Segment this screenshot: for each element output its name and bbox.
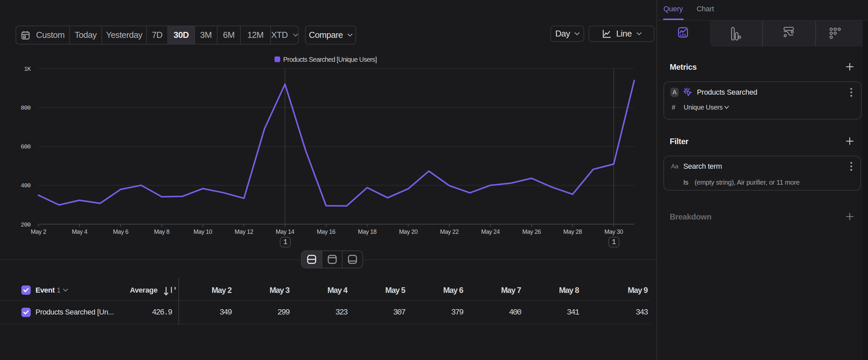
svg-text:May 4: May 4 bbox=[72, 228, 88, 235]
svg-text:800: 800 bbox=[21, 105, 31, 111]
svg-text:May 20: May 20 bbox=[399, 228, 418, 235]
svg-text:May 28: May 28 bbox=[563, 228, 582, 235]
svg-text:May 12: May 12 bbox=[235, 228, 254, 235]
svg-text:1K: 1K bbox=[24, 66, 31, 73]
svg-text:200: 200 bbox=[21, 222, 31, 228]
svg-text:May 2: May 2 bbox=[31, 228, 46, 235]
svg-text:400: 400 bbox=[21, 182, 31, 189]
svg-text:May 6: May 6 bbox=[113, 228, 129, 235]
svg-text:May 26: May 26 bbox=[522, 228, 541, 235]
svg-text:May 8: May 8 bbox=[154, 228, 170, 235]
svg-text:May 30: May 30 bbox=[604, 228, 623, 235]
svg-text:May 10: May 10 bbox=[194, 228, 213, 235]
svg-text:600: 600 bbox=[21, 143, 31, 150]
svg-text:May 22: May 22 bbox=[440, 228, 459, 235]
svg-text:May 18: May 18 bbox=[358, 228, 377, 235]
svg-text:May 24: May 24 bbox=[481, 228, 500, 235]
svg-text:May 14: May 14 bbox=[276, 228, 295, 235]
svg-text:May 16: May 16 bbox=[317, 228, 336, 235]
